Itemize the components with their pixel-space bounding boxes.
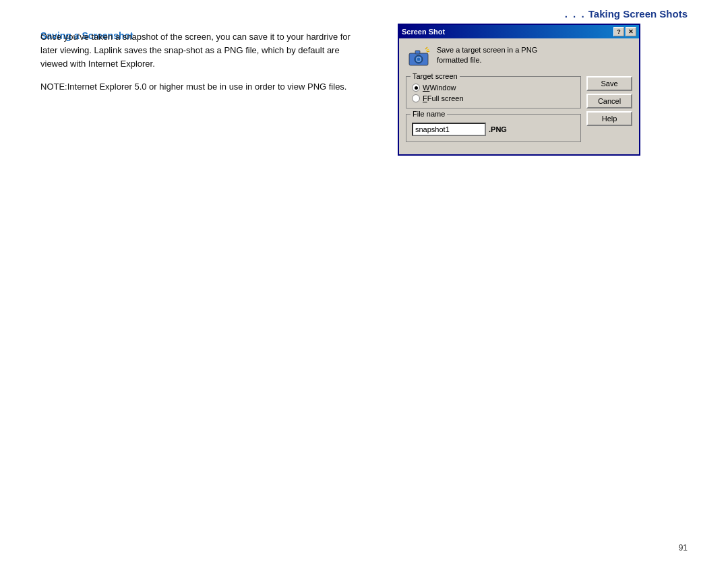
- radio-fullscreen-input[interactable]: [412, 94, 420, 102]
- svg-point-3: [417, 58, 421, 61]
- help-button[interactable]: Help: [586, 111, 632, 126]
- svg-line-6: [427, 51, 429, 52]
- dialog-columns: Target screen WWindow FFull screen: [406, 76, 632, 148]
- filename-input[interactable]: [412, 123, 486, 136]
- text-content: Once you've taken a snapshot of the scre…: [40, 30, 364, 104]
- radio-window-row[interactable]: WWindow: [412, 84, 575, 92]
- titlebar-buttons: ? ✕: [613, 27, 636, 36]
- dialog-area: Screen Shot ? ✕: [398, 24, 640, 156]
- page-number: 91: [679, 543, 688, 553]
- target-screen-legend: Target screen: [411, 72, 460, 80]
- page-header: . . . Taking Screen Shots: [565, 8, 688, 20]
- save-button[interactable]: Save: [586, 76, 632, 91]
- header-title: Taking Screen Shots: [588, 8, 688, 20]
- dialog-description: Save a target screen in a PNG formatted …: [437, 44, 537, 66]
- dialog-left: Target screen WWindow FFull screen: [406, 76, 581, 148]
- dialog-top-row: Save a target screen in a PNG formatted …: [406, 44, 632, 69]
- radio-window-input[interactable]: [412, 84, 420, 92]
- filename-legend: File name: [411, 110, 447, 118]
- svg-rect-4: [415, 51, 420, 54]
- dialog-body: Save a target screen in a PNG formatted …: [399, 38, 639, 154]
- svg-line-5: [425, 47, 427, 49]
- cancel-button[interactable]: Cancel: [586, 94, 632, 108]
- svg-line-7: [426, 49, 429, 51]
- filename-group: File name .PNG: [406, 114, 581, 142]
- header-dots: . . .: [565, 8, 586, 20]
- filename-row: .PNG: [412, 123, 575, 136]
- camera-icon: [406, 44, 431, 69]
- filename-extension: .PNG: [489, 125, 507, 133]
- dialog-title: Screen Shot: [402, 28, 445, 36]
- content-area: Saving a Screenshot Once you've taken a …: [40, 30, 688, 51]
- target-screen-group: Target screen WWindow FFull screen: [406, 76, 581, 108]
- dialog-help-button[interactable]: ?: [613, 27, 624, 36]
- paragraph-2: NOTE:Internet Explorer 5.0 or higher mus…: [40, 80, 364, 94]
- dialog-titlebar: Screen Shot ? ✕: [399, 25, 639, 38]
- dialog-close-button[interactable]: ✕: [626, 27, 636, 36]
- radio-fullscreen-label: FFull screen: [423, 94, 464, 102]
- paragraph-1: Once you've taken a snapshot of the scre…: [40, 30, 364, 71]
- radio-window-label: WWindow: [423, 84, 456, 92]
- dialog-buttons: Save Cancel Help: [586, 76, 632, 148]
- radio-fullscreen-row[interactable]: FFull screen: [412, 94, 575, 102]
- dialog-box: Screen Shot ? ✕: [398, 24, 640, 156]
